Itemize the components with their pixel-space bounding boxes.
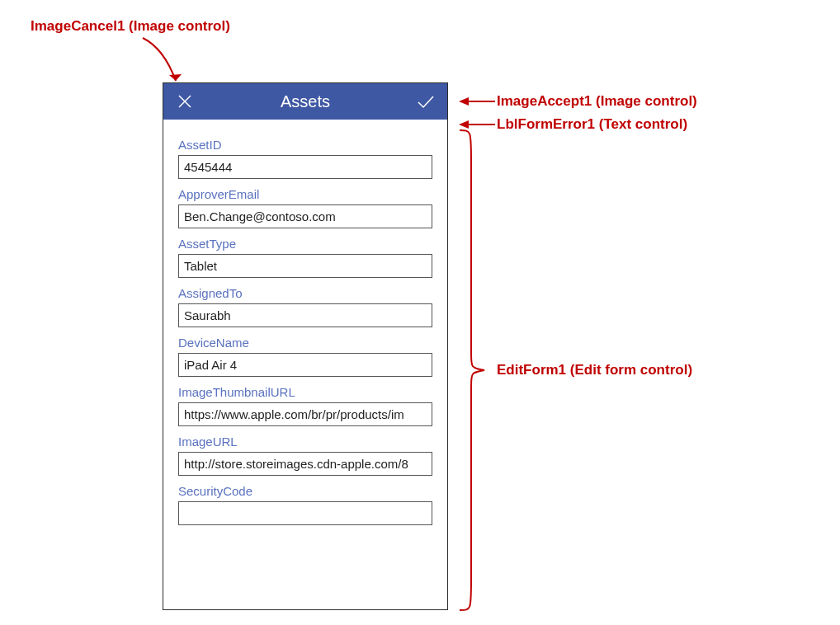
annotation-arrow-cancel	[136, 38, 194, 89]
cancel-icon[interactable]	[167, 83, 203, 120]
field-label: AssignedTo	[178, 286, 432, 300]
svg-marker-4	[459, 120, 469, 129]
assettype-input[interactable]	[178, 254, 432, 278]
field-label: ImageThumbnailURL	[178, 385, 432, 399]
field-imageurl: ImageURL	[178, 435, 432, 476]
field-label: SecurityCode	[178, 484, 432, 498]
edit-form: AssetID ApproverEmail AssetType Assigned…	[163, 125, 447, 525]
annotation-error-label: LblFormError1 (Text control)	[497, 116, 687, 133]
imageurl-input[interactable]	[178, 452, 432, 476]
field-label: ImageURL	[178, 435, 432, 449]
field-assetid: AssetID	[178, 138, 432, 179]
field-label: ApproverEmail	[178, 187, 432, 201]
assetid-input[interactable]	[178, 155, 432, 179]
field-label: AssetType	[178, 237, 432, 251]
annotation-cancel-label: ImageCancel1 (Image control)	[31, 18, 230, 35]
approveremail-input[interactable]	[178, 204, 432, 228]
assignedto-input[interactable]	[178, 303, 432, 327]
imagethumbnailurl-input[interactable]	[178, 402, 432, 426]
field-imagethumbnailurl: ImageThumbnailURL	[178, 385, 432, 426]
annotation-bracket-form	[456, 129, 489, 612]
field-devicename: DeviceName	[178, 336, 432, 377]
annotation-accept-label: ImageAccept1 (Image control)	[497, 93, 697, 110]
phone-mockup: Assets AssetID ApproverEmail AssetType A…	[163, 82, 448, 610]
devicename-input[interactable]	[178, 353, 432, 377]
field-label: AssetID	[178, 138, 432, 152]
field-assignedto: AssignedTo	[178, 286, 432, 327]
field-assettype: AssetType	[178, 237, 432, 278]
securitycode-input[interactable]	[178, 501, 432, 525]
accept-icon[interactable]	[408, 83, 444, 120]
field-approveremail: ApproverEmail	[178, 187, 432, 228]
svg-marker-0	[169, 74, 182, 81]
svg-marker-2	[459, 97, 469, 106]
field-securitycode: SecurityCode	[178, 484, 432, 525]
field-label: DeviceName	[178, 336, 432, 350]
annotation-arrow-accept	[459, 95, 497, 108]
phone-header: Assets	[163, 83, 447, 120]
page-title: Assets	[281, 92, 330, 111]
annotation-form-label: EditForm1 (Edit form control)	[497, 362, 692, 378]
